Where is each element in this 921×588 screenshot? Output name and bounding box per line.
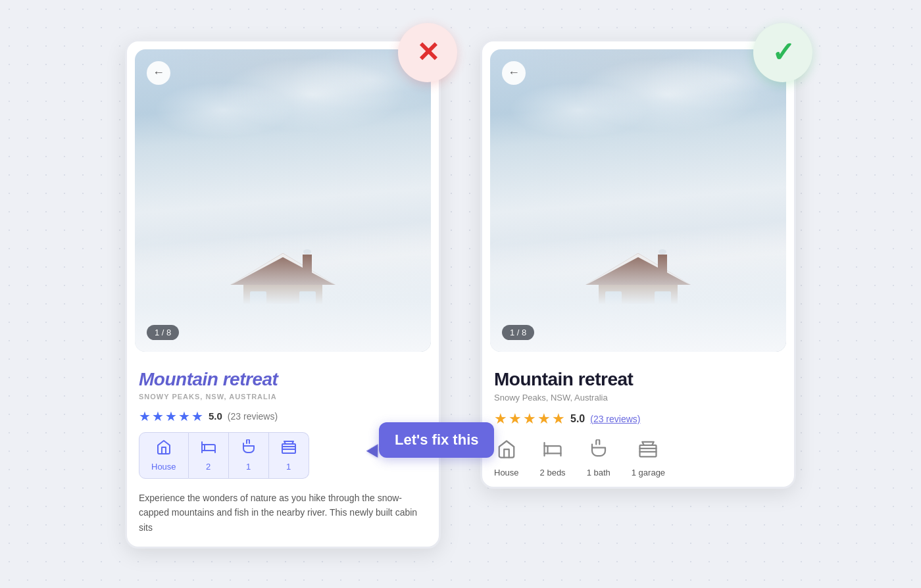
star-1-good: ★	[494, 410, 507, 428]
beds-label-bad: 2	[206, 462, 211, 472]
rating-reviews-bad: (23 reviews)	[228, 411, 278, 422]
stars-bad: ★ ★ ★ ★ ★	[139, 408, 203, 424]
garage-label-bad: 1	[286, 462, 291, 472]
mountain-scene-bad	[135, 49, 431, 352]
house-label-good: House	[494, 468, 519, 478]
svg-marker-1	[230, 253, 336, 285]
garage-icon-bad	[281, 439, 297, 459]
svg-rect-3	[273, 303, 293, 326]
svg-point-8	[230, 318, 336, 326]
good-badge: ✓	[753, 23, 812, 82]
back-button-bad[interactable]: ←	[147, 61, 170, 85]
svg-point-21	[585, 318, 691, 326]
house-icon-bad	[156, 439, 172, 459]
rating-row-good: ★ ★ ★ ★ ★ 5.0 (23 reviews)	[482, 408, 794, 437]
image-counter-bad: 1 / 8	[147, 325, 179, 340]
bad-badge: ✕	[398, 23, 457, 82]
bath-icon-good	[589, 439, 609, 464]
star-3-good: ★	[523, 410, 536, 428]
image-counter-good: 1 / 8	[502, 325, 534, 340]
garage-label-good: 1 garage	[632, 468, 665, 478]
star-1-bad: ★	[139, 408, 151, 424]
cabin-illustration-bad	[217, 247, 349, 326]
amenity-beds-bad[interactable]: 2	[189, 432, 229, 479]
listing-location-good: Snowy Peaks, NSW, Australia	[482, 393, 794, 408]
card-image-good: ← 1 / 8	[490, 49, 786, 352]
star-5-bad: ★	[191, 408, 203, 424]
rating-number-good: 5.0	[570, 413, 585, 425]
tooltip-box: Let's fix this	[379, 422, 494, 458]
comparison-container: ✕	[125, 39, 796, 549]
amenity-garage-good: 1 garage	[632, 439, 665, 478]
svg-rect-13	[599, 283, 678, 326]
svg-marker-15	[585, 253, 691, 285]
star-3-bad: ★	[165, 408, 177, 424]
cabin-illustration-good	[572, 247, 704, 326]
amenity-house-bad[interactable]: House	[139, 432, 189, 479]
amenity-beds-good: 2 beds	[540, 439, 566, 478]
mountain-scene-good	[490, 49, 786, 352]
star-4-good: ★	[537, 410, 551, 428]
beds-label-good: 2 beds	[540, 468, 566, 478]
cursor-tooltip: Let's fix this	[368, 422, 494, 458]
house-icon-good	[497, 439, 516, 464]
listing-location-bad: SNOWY PEAKS, NSW, AUSTRALIA	[127, 393, 439, 406]
svg-line-23	[678, 316, 704, 318]
svg-point-20	[659, 249, 666, 255]
back-arrow-bad: ←	[153, 66, 164, 80]
bath-label-bad: 1	[246, 462, 251, 472]
bed-icon-bad	[201, 439, 216, 459]
svg-rect-18	[655, 291, 671, 305]
svg-line-9	[217, 316, 243, 318]
listing-title-bad: Mountain retreat	[127, 360, 439, 393]
rating-reviews-good[interactable]: (23 reviews)	[590, 414, 640, 424]
svg-marker-14	[585, 253, 691, 285]
star-4-bad: ★	[178, 408, 190, 424]
svg-rect-5	[299, 291, 316, 305]
svg-marker-2	[230, 253, 336, 285]
rating-number-bad: 5.0	[209, 410, 222, 422]
amenity-garage-bad[interactable]: 1	[269, 432, 309, 479]
star-2-bad: ★	[152, 408, 164, 424]
svg-line-10	[322, 316, 349, 318]
svg-point-7	[303, 249, 311, 255]
svg-rect-0	[243, 283, 322, 326]
bath-icon-bad	[241, 439, 257, 459]
amenity-bath-good: 1 bath	[587, 439, 610, 478]
amenity-bath-bad[interactable]: 1	[229, 432, 269, 479]
listing-title-good: Mountain retreat	[482, 360, 794, 393]
card-image-bad: ← 1 / 8	[135, 49, 431, 352]
svg-rect-16	[628, 303, 648, 326]
star-5-good: ★	[552, 410, 565, 428]
svg-rect-4	[250, 291, 266, 305]
house-label-bad: House	[151, 462, 176, 472]
check-icon: ✓	[772, 39, 795, 66]
back-button-good[interactable]: ←	[502, 61, 526, 85]
amenities-good: House 2 beds	[482, 437, 794, 487]
amenity-house-good: House	[494, 439, 519, 478]
good-card: ✓ ←	[480, 39, 796, 489]
svg-rect-6	[303, 255, 312, 274]
svg-rect-17	[605, 291, 622, 305]
garage-icon-good	[638, 439, 658, 464]
svg-rect-25	[640, 445, 657, 457]
description-bad: Experience the wonders of nature as you …	[127, 488, 439, 547]
back-arrow-good: ←	[508, 66, 520, 80]
svg-line-22	[572, 316, 599, 318]
svg-rect-19	[658, 255, 667, 274]
stars-good: ★ ★ ★ ★ ★	[494, 410, 565, 428]
x-icon: ✕	[416, 39, 439, 66]
star-2-good: ★	[509, 410, 522, 428]
bad-card: ✕	[125, 39, 441, 549]
bath-label-good: 1 bath	[587, 468, 610, 478]
bed-icon-good	[543, 439, 562, 464]
